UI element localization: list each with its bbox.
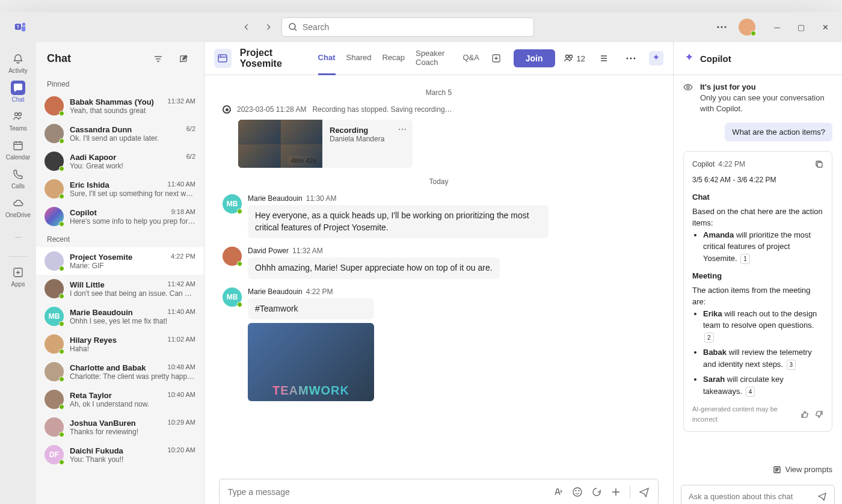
- info-notice: It's just for you Only you can see your …: [683, 82, 832, 114]
- citation[interactable]: 2: [704, 333, 714, 343]
- filter-button[interactable]: [149, 49, 168, 69]
- send-icon[interactable]: [817, 491, 827, 501]
- list-button[interactable]: [594, 49, 613, 68]
- chat-row[interactable]: Joshua VanBuren10:29 AMThanks for review…: [36, 413, 204, 441]
- search-input[interactable]: [281, 17, 534, 37]
- view-prompts-button[interactable]: View prompts: [674, 459, 842, 480]
- tab-q&a[interactable]: Q&A: [462, 42, 479, 75]
- chat-row[interactable]: Hilary Reyes11:02 AMHaha!: [36, 330, 204, 358]
- svg-point-15: [627, 58, 628, 60]
- copilot-icon: [683, 52, 695, 64]
- rail-calls[interactable]: Calls: [2, 164, 34, 192]
- message: David Power11:32 AMOhhh amazing, Marie! …: [223, 247, 655, 279]
- svg-point-21: [687, 86, 689, 88]
- user-message: What are the action items?: [725, 123, 832, 141]
- tab-chat[interactable]: Chat: [318, 42, 336, 75]
- citation[interactable]: 1: [740, 254, 750, 264]
- add-tab-button[interactable]: [488, 49, 505, 68]
- rail-chat[interactable]: Chat: [2, 77, 34, 106]
- emoji-icon[interactable]: [572, 487, 583, 497]
- eye-icon: [683, 82, 694, 114]
- new-chat-button[interactable]: [174, 49, 193, 69]
- nav-back-button[interactable]: [238, 19, 255, 35]
- rail-apps[interactable]: Apps: [2, 262, 34, 290]
- chat-row[interactable]: Copilot9:18 AMHere's some info to help y…: [36, 203, 204, 230]
- chat-row[interactable]: MBMarie Beaudouin11:40 AMOhhh I see, yes…: [36, 303, 204, 330]
- chat-row[interactable]: DFDaichi Fukuda10:20 AMYou: Thank you!!: [36, 441, 204, 469]
- recording-more-icon[interactable]: ⋯: [398, 124, 407, 134]
- action-item: Babak will review the telemetry and iden…: [703, 346, 823, 370]
- svg-point-4: [718, 26, 719, 28]
- chat-row[interactable]: Eric Ishida11:40 AMSure, I'll set up som…: [36, 175, 204, 203]
- action-item: Amanda will prioritize the most critical…: [703, 229, 823, 265]
- svg-point-18: [573, 488, 582, 496]
- more-button[interactable]: [712, 17, 731, 37]
- prompts-icon: [773, 466, 781, 474]
- list-title: Chat: [47, 52, 143, 65]
- chat-row[interactable]: Will Little11:42 AMI don't see that bein…: [36, 275, 204, 303]
- thumbs-up-button[interactable]: [801, 410, 809, 419]
- message-composer[interactable]: [219, 479, 659, 504]
- join-button[interactable]: Join: [514, 49, 555, 67]
- chat-row[interactable]: Babak Shammas (You)11:32 AMYeah, that so…: [36, 92, 204, 120]
- svg-point-20: [579, 491, 579, 491]
- svg-point-13: [565, 55, 568, 58]
- copilot-input[interactable]: [681, 485, 835, 504]
- maximize-button[interactable]: ▢: [790, 19, 812, 35]
- gif-attachment[interactable]: TEAMWORK: [248, 323, 374, 401]
- conversation-title: Project Yosemite: [240, 48, 310, 69]
- tab-shared[interactable]: Shared: [346, 42, 372, 75]
- record-icon: [223, 105, 231, 114]
- add-icon[interactable]: [610, 487, 621, 497]
- thumbs-down-button[interactable]: [815, 410, 823, 419]
- svg-rect-22: [817, 162, 822, 167]
- profile-avatar[interactable]: [739, 19, 755, 35]
- date-separator: Today: [223, 177, 655, 186]
- citation[interactable]: 4: [746, 387, 755, 397]
- tab-speaker-coach[interactable]: Speaker Coach: [416, 42, 452, 75]
- copy-icon[interactable]: [815, 160, 823, 168]
- nav-forward-button[interactable]: [260, 19, 277, 35]
- conversation-avatar-icon: [214, 49, 232, 68]
- citation[interactable]: 3: [787, 360, 796, 370]
- tab-recap[interactable]: Recap: [382, 42, 405, 75]
- minimize-button[interactable]: ─: [766, 19, 788, 35]
- copilot-response: Copilot4:22 PM 3/5 6:42 AM - 3/6 4:22 PM…: [683, 151, 832, 432]
- close-button[interactable]: ✕: [814, 19, 836, 35]
- rail-onedrive[interactable]: OneDrive: [2, 192, 34, 221]
- action-item: Sarah will circulate key takeaways. 4: [703, 373, 823, 397]
- rail-calendar[interactable]: Calendar: [2, 135, 34, 164]
- svg-point-7: [15, 112, 18, 115]
- svg-point-6: [725, 26, 727, 28]
- pinned-section: Pinned: [36, 75, 204, 92]
- loop-icon[interactable]: [591, 487, 602, 497]
- svg-point-1: [22, 23, 26, 26]
- date-separator: March 5: [223, 88, 655, 97]
- participant-count[interactable]: 12: [564, 53, 585, 64]
- copilot-title: Copilot: [700, 54, 731, 64]
- message: MBMarie Beaudouin11:30 AMHey everyone, a…: [223, 194, 655, 238]
- svg-point-17: [634, 58, 636, 60]
- chat-row[interactable]: Aadi Kapoor6/2You: Great work!: [36, 147, 204, 175]
- svg-point-3: [289, 23, 295, 29]
- chat-row[interactable]: Project Yosemite4:22 PMMarie: GIF: [36, 247, 204, 275]
- rail-teams[interactable]: Teams: [2, 106, 34, 135]
- chat-row[interactable]: Reta Taylor10:40 AMAh, ok I understand n…: [36, 386, 204, 413]
- copilot-toggle-button[interactable]: [649, 51, 663, 66]
- svg-point-19: [576, 491, 576, 491]
- recording-card[interactable]: 48m 42s Recording Daniela Mandera ⋯: [238, 120, 413, 168]
- conv-more-button[interactable]: [621, 49, 641, 68]
- search-icon: [288, 22, 298, 32]
- format-icon[interactable]: [553, 487, 564, 497]
- action-item: Erika will reach out to the design team …: [703, 308, 823, 343]
- teams-logo-icon: T: [12, 19, 29, 35]
- chat-row[interactable]: Cassandra Dunn6/2Ok. I'll send an update…: [36, 120, 204, 147]
- recording-thumbnail: 48m 42s: [238, 120, 322, 168]
- chat-row[interactable]: Charlotte and Babak10:48 AMCharlotte: Th…: [36, 358, 204, 386]
- rail-more[interactable]: ⋯: [2, 223, 34, 251]
- rail-activity[interactable]: Activity: [2, 48, 34, 77]
- svg-point-14: [569, 55, 572, 58]
- svg-point-16: [630, 58, 632, 60]
- send-button[interactable]: [639, 487, 650, 497]
- message: MBMarie Beaudouin4:22 PM#TeamworkTEAMWOR…: [223, 287, 655, 402]
